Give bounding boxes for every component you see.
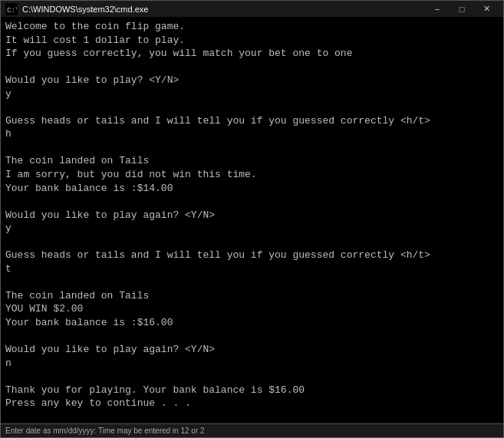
svg-text:C:\: C:\: [7, 7, 17, 15]
maximize-button[interactable]: □: [450, 1, 474, 18]
cmd-window: C:\ C:\WINDOWS\system32\cmd.exe − □ ✕ We…: [0, 0, 504, 438]
status-bar: Enter date as mm/dd/yyyy: Time may be en…: [0, 424, 504, 438]
title-bar: C:\ C:\WINDOWS\system32\cmd.exe − □ ✕: [0, 0, 504, 17]
window-controls: − □ ✕: [425, 1, 499, 18]
terminal-output: Welcome to the coin flip game. It will c…: [5, 20, 499, 410]
close-button[interactable]: ✕: [474, 1, 499, 18]
cmd-icon: C:\: [5, 3, 18, 15]
minimize-button[interactable]: −: [425, 1, 450, 18]
terminal-body[interactable]: Welcome to the coin flip game. It will c…: [0, 17, 504, 424]
status-text: Enter date as mm/dd/yyyy: Time may be en…: [5, 426, 205, 435]
window-title: C:\WINDOWS\system32\cmd.exe: [22, 5, 425, 14]
